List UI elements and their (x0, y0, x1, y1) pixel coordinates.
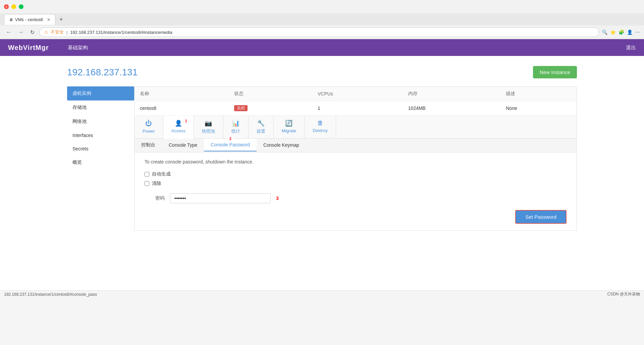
checkbox-auto-label[interactable]: 自动生成 (145, 171, 567, 177)
tab-power[interactable]: ⏻ Power (135, 116, 163, 138)
page-title: 192.168.237.131 (67, 67, 138, 78)
table-row: centos8 关闭 1 1024MB None (135, 101, 577, 116)
sidebar-item-overview[interactable]: 概览 (67, 155, 134, 169)
status-right: CSDN @天外采物 (607, 291, 640, 297)
status-bar: 192.168.237.131/instance/1/centos8/#cons… (0, 290, 644, 298)
col-vcpus: VCPUs (312, 87, 403, 101)
sidebar-item-storage[interactable]: 存储池 (67, 100, 134, 115)
sub-tab-console-keymap[interactable]: Console Keymap (257, 139, 306, 152)
search-icon[interactable]: 🔍 (602, 29, 607, 35)
sidebar-item-interfaces[interactable]: Interfaces (67, 129, 134, 142)
tab-migrate[interactable]: 🔄 Migrate (274, 116, 305, 138)
sidebar-item-vm[interactable]: 虚机实例 (67, 86, 134, 100)
sub-tabs: 控制台 Console Type Console Password 2 Cons… (135, 139, 577, 152)
checkbox-group: 自动生成 清除 (145, 171, 567, 187)
stats-icon: 📊 (232, 120, 239, 127)
vm-table: 名称 状态 VCPUs 内存 描述 centos8 关闭 1 1024M (135, 87, 577, 116)
tab-close-icon[interactable]: ✕ (47, 17, 50, 22)
tab-access[interactable]: 👤 Access 1 (163, 116, 194, 139)
app-logo: WebVirtMgr (8, 44, 49, 52)
sub-tab-console-password-wrapper: Console Password 2 (204, 139, 257, 152)
sidebar-item-secrets[interactable]: Secrets (67, 142, 134, 155)
close-button[interactable]: ✕ (4, 4, 9, 9)
checkbox-clear[interactable] (145, 181, 149, 186)
password-input[interactable] (170, 193, 271, 203)
destroy-icon: 🗑 (317, 120, 323, 127)
extensions-icon[interactable]: 🧩 (619, 29, 624, 35)
sub-tab-console-type[interactable]: Console Type (162, 139, 204, 152)
col-name: 名称 (135, 87, 229, 101)
minimize-button[interactable] (11, 4, 16, 9)
checkbox-auto-text: 自动生成 (152, 171, 171, 177)
sidebar-item-network[interactable]: 网络池 (67, 115, 134, 129)
nav-infrastructure[interactable]: 基础架构 (68, 45, 88, 51)
tab-title: VMs - centos8 (15, 17, 43, 22)
status-badge: 关闭 (234, 105, 248, 111)
status-url: 192.168.237.131/instance/1/centos8/#cons… (4, 292, 97, 297)
sub-tab-console[interactable]: 控制台 (135, 139, 162, 152)
browser-titlebar: ✕ (0, 0, 644, 13)
main-content: 虚机实例 存储池 网络池 Interfaces Secrets 概览 (67, 86, 577, 231)
set-password-button[interactable]: Set Password (515, 210, 567, 224)
address-text: 192.168.237.131/instance/1/centos8/#inst… (70, 30, 594, 35)
tab-snapshots[interactable]: 📷 快照池 (194, 116, 223, 138)
col-status: 状态 (229, 87, 312, 101)
tab-bar: 🖥 VMs - centos8 ✕ + (0, 13, 644, 25)
sidebar: 虚机实例 存储池 网络池 Interfaces Secrets 概览 (67, 86, 134, 231)
logout-button[interactable]: 退出 (626, 45, 636, 51)
settings-icon: 🔧 (257, 120, 265, 127)
forward-button[interactable]: → (16, 28, 25, 36)
col-memory: 内存 (403, 87, 500, 101)
address-bar[interactable]: ⚠ 不安全 | 192.168.237.131/instance/1/cento… (39, 27, 599, 37)
checkbox-clear-label[interactable]: 清除 (145, 181, 567, 187)
checkbox-auto[interactable] (145, 172, 149, 177)
access-badge: 1 (183, 118, 189, 124)
content-area: 名称 状态 VCPUs 内存 描述 centos8 关闭 1 1024M (134, 86, 577, 231)
vm-vcpus: 1 (312, 101, 403, 116)
window-controls: ✕ (4, 4, 23, 9)
camera-icon: 📷 (205, 120, 212, 127)
set-password-btn-wrapper: Set Password (145, 210, 567, 224)
tab-favicon: 🖥 (9, 17, 13, 22)
reload-button[interactable]: ↻ (28, 28, 37, 36)
power-icon: ⏻ (145, 120, 152, 127)
access-icon: 👤 (175, 120, 182, 127)
console-message: To create console password, shutdown the… (145, 159, 567, 164)
browser-tab-active[interactable]: 🖥 VMs - centos8 ✕ (4, 14, 55, 25)
console-password-content: To create console password, shutdown the… (135, 152, 577, 230)
tab-settings[interactable]: 🔧 设置 (249, 116, 274, 138)
vm-desc: None (500, 101, 577, 116)
tab-destroy[interactable]: 🗑 Destroy (305, 116, 336, 138)
new-tab-button[interactable]: + (57, 15, 66, 24)
app-header: WebVirtMgr 基础架构 退出 (0, 39, 644, 56)
lock-text: 不安全 (51, 29, 64, 35)
migrate-icon: 🔄 (285, 120, 292, 127)
console-password-badge: 2 (228, 136, 233, 141)
password-step-badge: 3 (276, 196, 279, 201)
maximize-button[interactable] (19, 4, 23, 9)
account-icon[interactable]: 👤 (627, 29, 633, 35)
menu-icon[interactable]: ⋯ (635, 29, 640, 35)
vm-name: centos8 (135, 101, 229, 116)
app-body: 192.168.237.131 New Instance 虚机实例 存储池 网络… (0, 56, 644, 290)
action-tabs: ⏻ Power 👤 Access 1 📷 快照池 📊 统计 🔧 (135, 116, 577, 139)
password-label: 密码 (145, 195, 165, 201)
col-desc: 描述 (500, 87, 577, 101)
tab-stats[interactable]: 📊 统计 (223, 116, 249, 138)
back-button[interactable]: ← (4, 28, 13, 36)
password-row: 密码 3 (145, 193, 567, 203)
page-header: 192.168.237.131 New Instance (67, 66, 577, 78)
security-icon: ⚠ (44, 30, 48, 34)
vm-status: 关闭 (229, 101, 312, 116)
bookmark-icon[interactable]: ⭐ (610, 29, 616, 35)
address-bar-row: ← → ↻ ⚠ 不安全 | 192.168.237.131/instance/1… (0, 25, 644, 39)
browser-chrome: ✕ 🖥 VMs - centos8 ✕ + ← → ↻ ⚠ 不安全 | 192.… (0, 0, 644, 39)
new-instance-button[interactable]: New Instance (533, 66, 577, 78)
vm-memory: 1024MB (403, 101, 500, 116)
browser-action-icons: 🔍 ⭐ 🧩 👤 ⋯ (602, 29, 640, 35)
checkbox-clear-text: 清除 (152, 181, 161, 187)
